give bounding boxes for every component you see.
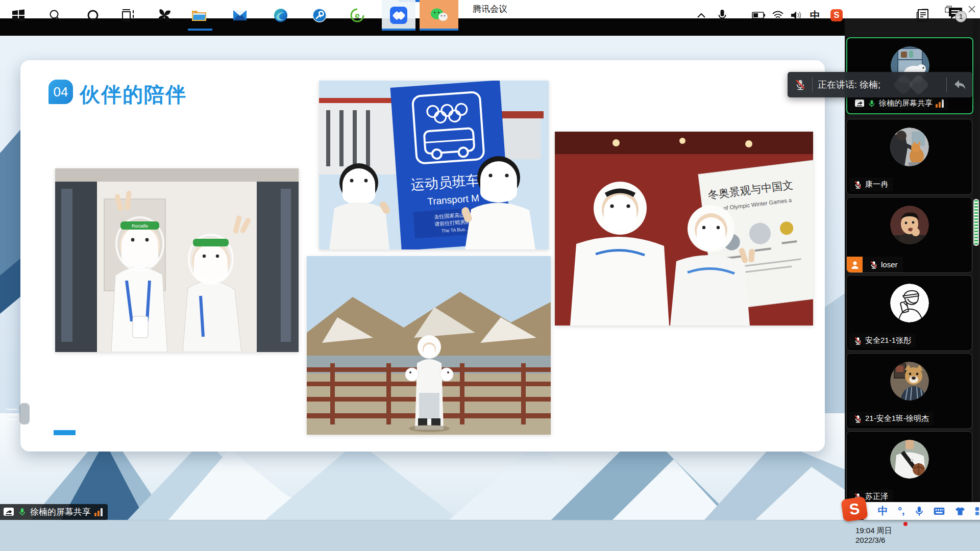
file-explorer-icon[interactable] <box>185 0 213 31</box>
ime-toolbar: 中 °, <box>864 502 980 520</box>
photo-transport-mall: 运动员班车站 Transport M 去往国家高山滑… 请前往打蜡房附… The… <box>319 81 549 249</box>
tray-input-mode-indicator[interactable]: 中 <box>806 0 824 31</box>
avatar <box>890 362 929 400</box>
sidebar-scrollbar-track[interactable] <box>973 18 979 520</box>
avatar <box>890 206 929 244</box>
presentation-slide: 04 伙伴的陪伴 Rocialle <box>20 60 825 452</box>
participant-label: 21-安全1班-徐明杰 <box>849 412 934 425</box>
screen: 腾讯会议 <box>0 0 980 551</box>
participant-name: loser <box>881 258 903 271</box>
avatar <box>890 440 929 479</box>
mic-on-icon <box>868 99 876 108</box>
meeting-logo-watermark <box>885 74 941 95</box>
mic-muted-icon <box>854 415 862 423</box>
speaking-label: 正在讲话: 徐楠; <box>818 79 880 91</box>
avatar <box>890 284 929 322</box>
divider <box>812 77 813 92</box>
taskbar <box>0 520 980 551</box>
ime-skin-icon[interactable] <box>955 507 965 516</box>
start-button[interactable] <box>6 0 31 31</box>
action-center-icon[interactable]: 1 <box>943 0 970 31</box>
participant-name: 21-安全1班-徐明杰 <box>865 414 929 423</box>
divider <box>946 77 947 92</box>
raised-hand-badge <box>847 257 863 272</box>
search-icon[interactable] <box>43 0 67 31</box>
reply-arrow-icon[interactable] <box>953 79 966 91</box>
participant-name: 康一冉 <box>865 180 888 189</box>
ime-toolbox-icon[interactable] <box>975 507 980 516</box>
screen-share-icon <box>3 508 14 517</box>
svg-text:e: e <box>355 11 359 20</box>
network-signal-icon <box>936 99 944 108</box>
tray-expand-chevron[interactable] <box>692 0 710 31</box>
tray-sogou-icon[interactable]: S <box>827 0 846 31</box>
meeting-active-underline <box>382 29 415 31</box>
notification-dot <box>903 522 908 526</box>
screen-share-icon <box>854 99 865 108</box>
tray-battery-icon[interactable] <box>749 0 768 31</box>
ime-voice-icon[interactable] <box>915 506 924 516</box>
slide-section-number: 04 <box>54 84 68 100</box>
ghost-menu-line <box>6 419 16 420</box>
slide-progress-dash <box>54 430 76 435</box>
participant-tile-kangyiran[interactable]: 康一冉 <box>846 119 972 195</box>
photo-volunteers-doorway: Rocialle <box>55 168 299 352</box>
avatar <box>890 128 929 166</box>
task-view-icon[interactable] <box>116 0 141 31</box>
participant-name: 徐楠的屏幕共享 <box>879 98 933 108</box>
photo-mountain-railing <box>307 256 551 435</box>
mic-on-icon <box>18 508 27 516</box>
participant-label: 徐楠的屏幕共享 <box>850 96 948 110</box>
participant-label: 安全21-1张彤 <box>849 334 916 347</box>
participant-tile-loser[interactable]: loser <box>846 197 972 273</box>
cortana-icon[interactable] <box>81 0 105 31</box>
notification-count-badge: 1 <box>955 11 967 22</box>
tray-mic-icon[interactable] <box>714 0 731 31</box>
screen-share-badge: 徐楠的屏幕共享 <box>0 504 108 520</box>
mic-muted-icon <box>870 261 878 269</box>
speaking-toast: 正在讲话: 徐楠; <box>788 72 972 97</box>
wechat-active-underline <box>420 29 458 31</box>
participant-tile-xumingjie[interactable]: 21-安全1班-徐明杰 <box>846 353 972 429</box>
news-interest-icon[interactable] <box>912 0 934 31</box>
ghost-menu-line <box>6 409 17 410</box>
sidebar-scrollbar-thumb[interactable] <box>973 199 979 246</box>
browser-360-icon[interactable]: e <box>343 0 372 31</box>
slide-section-badge: 04 <box>48 80 73 104</box>
tray-volume-icon[interactable] <box>787 0 805 31</box>
wechat-taskbar-item[interactable] <box>420 0 458 31</box>
tencent-meeting-taskbar-item[interactable] <box>382 0 415 31</box>
sogou-pinned-icon[interactable] <box>152 0 177 31</box>
share-badge-label: 徐楠的屏幕共享 <box>30 506 91 518</box>
network-signal-icon <box>94 508 103 516</box>
ghost-menu-line <box>9 414 18 415</box>
slide-title: 伙伴的陪伴 <box>80 81 187 109</box>
participant-name: 苏正泽 <box>865 492 888 502</box>
svg-text:Rocialle: Rocialle <box>132 223 148 229</box>
sogou-ime-logo[interactable]: S <box>841 496 868 522</box>
participant-name: 安全21-1张彤 <box>865 336 911 345</box>
edge-icon[interactable] <box>266 0 295 31</box>
ime-mode-chinese[interactable]: 中 <box>878 502 888 520</box>
mic-muted-icon <box>854 337 862 345</box>
collapsed-panel-handle[interactable] <box>19 403 30 424</box>
mail-icon[interactable] <box>226 0 254 31</box>
participant-tile-zhangtong[interactable]: 安全21-1张彤 <box>846 275 972 351</box>
photo-exhibit-selfie: 冬奥景观与中国文 Look of Olympic Winter Games a <box>555 132 813 325</box>
participant-label: 康一冉 <box>849 178 893 191</box>
tray-wifi-icon[interactable] <box>769 0 787 31</box>
explorer-active-underline <box>188 29 212 31</box>
taskbar-clock[interactable]: 19:04 周日 2022/3/6 <box>855 525 892 545</box>
ime-punctuation-toggle[interactable]: °, <box>898 502 905 520</box>
participant-tile-suzhengze[interactable]: 苏正泽 <box>846 431 972 507</box>
clock-time: 19:04 周日 <box>855 525 892 535</box>
mic-muted-icon <box>854 181 862 189</box>
driver-tool-icon[interactable] <box>305 0 334 31</box>
participant-label: loser <box>847 257 903 272</box>
ime-keyboard-icon[interactable] <box>934 507 945 515</box>
clock-date: 2022/3/6 <box>855 535 892 545</box>
mic-muted-icon <box>795 79 806 90</box>
